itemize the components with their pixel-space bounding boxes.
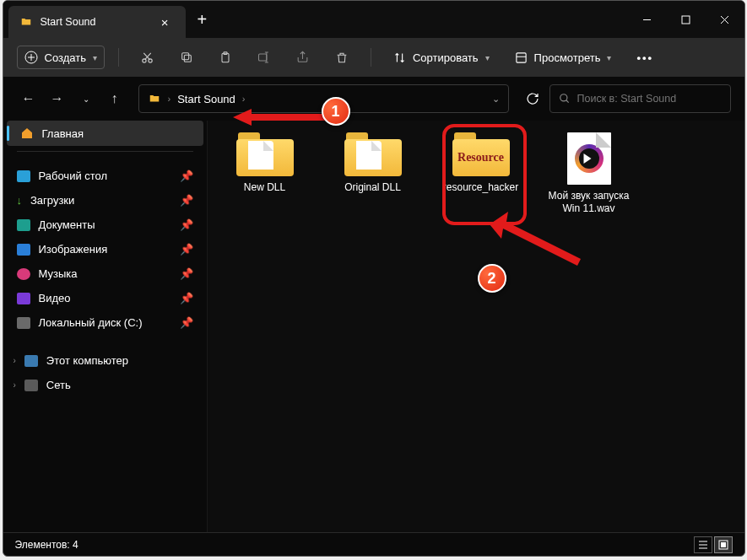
- sidebar-label: Музыка: [39, 267, 78, 280]
- separator: [17, 151, 193, 152]
- file-item-original-dll[interactable]: Original DLL: [322, 129, 424, 215]
- window-controls: [628, 6, 744, 33]
- close-button[interactable]: [706, 6, 744, 33]
- file-item-wav[interactable]: Мой звук запуска Win 11.wav: [539, 129, 640, 215]
- chevron-right-icon: ›: [242, 94, 246, 104]
- folder-icon: [236, 132, 294, 176]
- view-icon: [515, 51, 528, 64]
- sidebar-label: Сеть: [46, 379, 71, 391]
- up-button[interactable]: ↑: [103, 87, 127, 110]
- file-item-new-dll[interactable]: New DLL: [214, 129, 316, 215]
- explorer-window: Start Sound × + Создать ▾ Сортировать ▾: [3, 0, 745, 557]
- pc-icon: [24, 355, 38, 367]
- videos-icon: [17, 293, 30, 304]
- more-button[interactable]: •••: [628, 47, 662, 68]
- annotation-badge-2: 2: [478, 264, 506, 293]
- sidebar: Главная Рабочий стол📌 ↓Загрузки📌 Докумен…: [3, 121, 207, 532]
- folder-icon: [20, 16, 32, 28]
- sidebar-item-documents[interactable]: Документы📌: [3, 213, 207, 237]
- file-label: Original DLL: [344, 181, 401, 194]
- wav-file-icon: [567, 132, 611, 185]
- view-button[interactable]: Просмотреть ▾: [506, 47, 620, 68]
- refresh-button[interactable]: [521, 92, 544, 105]
- status-count: 4: [73, 539, 78, 551]
- pin-icon: 📌: [180, 218, 193, 231]
- status-bar: Элементов: 4: [3, 532, 744, 556]
- copy-button[interactable]: [171, 44, 202, 71]
- sidebar-label: Локальный диск (C:): [39, 316, 143, 329]
- chevron-right-icon: ›: [168, 94, 171, 104]
- tab-title: Start Sound: [41, 16, 148, 28]
- sidebar-item-home[interactable]: Главная: [7, 121, 203, 146]
- file-label: New DLL: [244, 181, 285, 194]
- sidebar-item-videos[interactable]: Видео📌: [3, 286, 207, 310]
- folder-icon: [344, 132, 402, 176]
- sidebar-label: Документы: [39, 218, 95, 231]
- file-label: resource_hacker: [443, 181, 518, 194]
- create-label: Создать: [45, 51, 86, 64]
- maximize-button[interactable]: [667, 6, 706, 33]
- home-icon: [20, 127, 34, 140]
- share-button[interactable]: [288, 44, 318, 71]
- paste-button[interactable]: [210, 44, 241, 71]
- content-area[interactable]: New DLL Original DLL Resource resource_h…: [207, 121, 744, 532]
- tab-start-sound[interactable]: Start Sound ×: [8, 6, 186, 38]
- svg-point-16: [560, 94, 566, 101]
- minimize-button[interactable]: [628, 6, 667, 33]
- new-tab-button[interactable]: +: [186, 5, 219, 35]
- folder-icon: [148, 93, 161, 105]
- music-icon: [17, 268, 30, 280]
- sidebar-item-localdisk[interactable]: Локальный диск (C:)📌: [3, 310, 207, 335]
- search-input[interactable]: [577, 93, 722, 105]
- svg-rect-24: [721, 542, 726, 547]
- sidebar-item-network[interactable]: ›Сеть: [3, 373, 207, 397]
- separator: [371, 48, 371, 67]
- drive-icon: [17, 317, 30, 329]
- svg-marker-19: [490, 212, 581, 266]
- icons-view-button[interactable]: [714, 536, 733, 553]
- separator: [118, 48, 119, 67]
- breadcrumb-item[interactable]: Start Sound: [177, 93, 235, 105]
- file-label: Мой звук запуска Win 11.wav: [544, 190, 635, 215]
- sidebar-label: Загрузки: [30, 194, 74, 207]
- svg-rect-13: [259, 54, 267, 61]
- address-bar[interactable]: › Start Sound › ⌄: [138, 84, 509, 113]
- pin-icon: 📌: [180, 292, 193, 304]
- svg-rect-1: [682, 16, 690, 24]
- cut-button[interactable]: [133, 44, 163, 71]
- sidebar-item-desktop[interactable]: Рабочий стол📌: [3, 164, 207, 188]
- sidebar-item-music[interactable]: Музыка📌: [3, 261, 207, 286]
- view-toggles: [694, 536, 733, 553]
- delete-button[interactable]: [327, 44, 357, 71]
- downloads-icon: ↓: [17, 194, 23, 207]
- network-icon: [24, 380, 38, 391]
- search-box[interactable]: [549, 84, 731, 113]
- sidebar-label: Этот компьютер: [46, 354, 128, 367]
- body: Главная Рабочий стол📌 ↓Загрузки📌 Докумен…: [3, 121, 744, 532]
- folder-overlay-text: Resource: [457, 151, 504, 164]
- forward-button[interactable]: →: [46, 87, 69, 110]
- annotation-arrow-2: [490, 212, 582, 271]
- rename-button[interactable]: [249, 44, 279, 71]
- sort-button[interactable]: Сортировать ▾: [385, 47, 498, 68]
- create-button[interactable]: Создать ▾: [17, 46, 105, 69]
- back-button[interactable]: ←: [17, 87, 41, 110]
- sidebar-item-pictures[interactable]: Изображения📌: [3, 237, 207, 261]
- file-item-resource-hacker[interactable]: Resource resource_hacker: [430, 129, 532, 215]
- plus-circle-icon: [24, 51, 38, 64]
- chevron-down-icon[interactable]: ⌄: [492, 94, 500, 105]
- sort-icon: [393, 51, 406, 64]
- tab-close-button[interactable]: ×: [156, 13, 174, 31]
- svg-rect-9: [184, 55, 191, 62]
- status-count-label: Элементов:: [15, 539, 70, 551]
- details-view-button[interactable]: [694, 536, 712, 553]
- sidebar-label: Видео: [39, 292, 71, 304]
- view-label: Просмотреть: [534, 51, 601, 64]
- folder-icon: Resource: [452, 132, 510, 176]
- sidebar-item-downloads[interactable]: ↓Загрузки📌: [3, 188, 207, 213]
- sidebar-item-thispc[interactable]: ›Этот компьютер: [3, 348, 207, 373]
- svg-rect-14: [516, 52, 525, 62]
- toolbar: Создать ▾ Сортировать ▾ Просмотреть ▾ ••…: [3, 38, 744, 77]
- svg-line-17: [566, 100, 568, 103]
- recent-button[interactable]: ⌄: [74, 87, 98, 110]
